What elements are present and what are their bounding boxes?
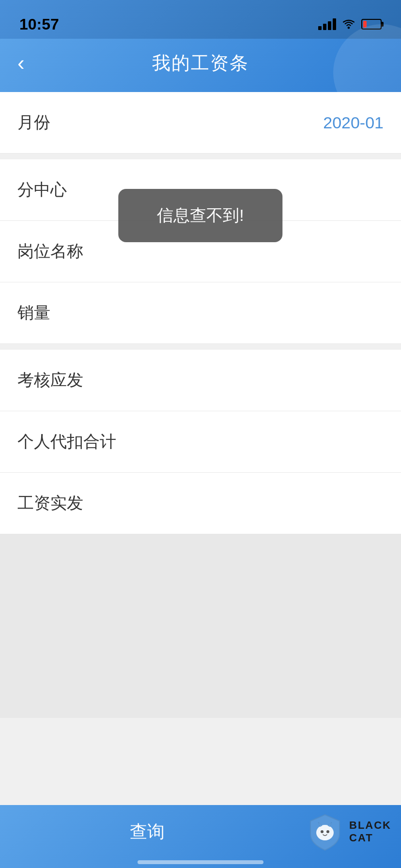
field-label-position: 岗位名称 <box>17 240 83 263</box>
field-row-assessment: 考核应发 <box>0 350 401 411</box>
status-time: 10:57 <box>19 16 59 33</box>
black-cat-text: BLACK CAT <box>349 819 391 844</box>
wifi-icon <box>342 19 355 29</box>
field-label-sales: 销量 <box>17 302 50 324</box>
field-row-deductions: 个人代扣合计 <box>0 411 401 473</box>
back-button[interactable]: ‹ <box>17 51 25 75</box>
content-area: 月份 2020-01 分中心 岗位名称 销量 考核应发 个人代扣合计 工资实发 <box>0 92 401 534</box>
gray-section <box>0 534 401 718</box>
field-label-assessment: 考核应发 <box>17 369 83 391</box>
signal-icon <box>318 18 336 30</box>
field-label-month: 月份 <box>17 111 50 134</box>
query-button[interactable]: 查询 <box>0 820 294 844</box>
field-value-month: 2020-01 <box>323 113 384 132</box>
home-indicator <box>138 860 263 864</box>
nav-bar: ‹ 我的工资条 <box>0 39 401 92</box>
cat-shield-icon <box>306 812 344 851</box>
svg-point-1 <box>316 825 334 840</box>
field-row-month: 月份 2020-01 <box>0 92 401 154</box>
brand-logo: BLACK CAT <box>294 805 401 858</box>
field-label-branch: 分中心 <box>17 179 67 201</box>
svg-point-2 <box>321 830 324 833</box>
battery-fill <box>363 21 367 28</box>
bottom-bar: 查询 BLACK CAT <box>0 805 401 868</box>
svg-point-3 <box>326 830 329 833</box>
field-row-actual-salary: 工资实发 <box>0 473 401 534</box>
field-label-actual-salary: 工资实发 <box>17 492 83 514</box>
status-icons <box>318 18 382 30</box>
battery-icon <box>361 19 382 30</box>
svg-point-0 <box>348 27 350 29</box>
field-row-position: 岗位名称 <box>0 221 401 282</box>
field-row-sales: 销量 <box>0 282 401 344</box>
field-label-deductions: 个人代扣合计 <box>17 431 116 453</box>
separator-1 <box>0 154 401 159</box>
separator-2 <box>0 344 401 350</box>
status-bar: 10:57 <box>0 0 401 39</box>
page-title: 我的工资条 <box>152 51 249 76</box>
field-row-branch: 分中心 <box>0 159 401 221</box>
